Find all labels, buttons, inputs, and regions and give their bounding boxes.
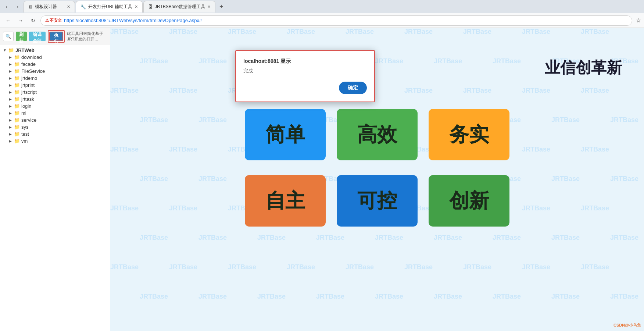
- label-jrtscript: jrtscript: [21, 89, 37, 95]
- execute-wrapper: 执行Sql: [48, 30, 65, 43]
- bookmark-icon[interactable]: ☆: [636, 17, 641, 24]
- label-download: download: [21, 54, 42, 60]
- card-simple[interactable]: 简单: [245, 109, 326, 160]
- search-box[interactable]: 🔍: [3, 32, 14, 41]
- arrow-vm: ▶: [9, 139, 14, 143]
- url-bar[interactable]: ⚠ 不安全 https://localhost:8081/JRTWeb/sys/…: [40, 15, 632, 26]
- watermark-text: JRTBase: [551, 234, 580, 242]
- dialog-confirm-button[interactable]: 确定: [339, 82, 367, 94]
- watermark-text: JRTBase: [140, 293, 168, 300]
- file-tree: ▼ 📁 JRTWeb ▶ 📁 download ▶ 📁 facade ▶ 📁: [0, 45, 110, 331]
- tree-item-vm[interactable]: ▶ 📁 vm: [0, 138, 110, 145]
- arrow-fileservice: ▶: [9, 69, 14, 73]
- arrow-jrtdemo: ▶: [9, 76, 14, 80]
- watermark-text: JRTBase: [581, 263, 609, 271]
- folder-jrtprint-icon: 📁: [14, 82, 20, 88]
- watermark-text: JRTBase: [110, 204, 139, 212]
- page-title: 业信创革新: [545, 57, 622, 78]
- watermark-text: JRTBase: [522, 263, 550, 271]
- arrow-login: ▶: [9, 104, 14, 108]
- address-bar: ← → ↻ ⚠ 不安全 https://localhost:8081/JRTWe…: [0, 13, 644, 28]
- root-arrow: ▼: [3, 48, 8, 52]
- tab2-icon: 🔧: [80, 4, 86, 10]
- arrow-service: ▶: [9, 118, 14, 122]
- cards-row2: 自主 可控 创新: [245, 175, 509, 227]
- watermark-text: JRTBase: [404, 263, 433, 271]
- watermark-text: JRTBase: [463, 28, 491, 36]
- tab-next-btn[interactable]: ›: [12, 1, 23, 12]
- tab1-close[interactable]: ✕: [67, 4, 70, 9]
- tree-item-download[interactable]: ▶ 📁 download: [0, 54, 110, 61]
- tab-prev-btn[interactable]: ‹: [1, 1, 12, 12]
- arrow-mi: ▶: [9, 111, 14, 115]
- watermark-text: JRTBase: [375, 293, 403, 300]
- tab3-icon: 🗄: [148, 4, 153, 10]
- tab2-title: 开发打开URL辅助工具: [88, 4, 132, 10]
- reload-button[interactable]: ↻: [28, 15, 38, 26]
- folder-facade-icon: 📁: [14, 61, 20, 67]
- tab-template-designer[interactable]: 🖥 模板设计器 ✕: [24, 1, 75, 13]
- url-text: https://localhost:8081/JRTWeb/sys/form/f…: [64, 18, 202, 23]
- arrow-facade: ▶: [9, 62, 14, 66]
- tree-item-facade[interactable]: ▶ 📁 facade: [0, 61, 110, 68]
- watermark-text: JRTBase: [110, 28, 139, 36]
- watermark-text: JRTBase: [375, 57, 403, 65]
- card-controllable[interactable]: 可控: [337, 175, 418, 227]
- refresh-button[interactable]: 刷新: [16, 32, 27, 41]
- tab1-icon: 🖥: [28, 4, 33, 10]
- tree-item-fileservice[interactable]: ▶ 📁 FileService: [0, 68, 110, 75]
- tree-item-sys[interactable]: ▶ 📁 sys: [0, 124, 110, 131]
- watermark-text: JRTBase: [140, 175, 168, 183]
- forward-button[interactable]: →: [15, 15, 26, 26]
- search-icon[interactable]: 🔍: [6, 34, 11, 39]
- sidebar-toolbar: 🔍 刷新 编译全部 执行Sql 此工具用来简化基于JRT开发的打开...: [0, 28, 110, 45]
- warning-icon: ⚠: [45, 18, 49, 23]
- label-facade: facade: [21, 61, 36, 67]
- card-autonomous[interactable]: 自主: [245, 175, 326, 227]
- tab3-close[interactable]: ✕: [207, 4, 211, 9]
- watermark-text: JRTBase: [522, 87, 550, 95]
- tab1-title: 模板设计器: [35, 4, 57, 10]
- watermark-text: JRTBase: [404, 28, 433, 36]
- watermark-text: JRTBase: [257, 234, 286, 242]
- arrow-test: ▶: [9, 132, 14, 136]
- watermark-text: JRTBase: [493, 57, 521, 65]
- watermark-text: JRTBase: [140, 116, 168, 124]
- dialog-message: 完成: [243, 68, 367, 74]
- tab-jrtbs-tool[interactable]: 🗄 JRTBSBase数据管理工具 ✕: [143, 1, 215, 13]
- label-jrtprint: jrtprint: [21, 82, 35, 88]
- compile-button[interactable]: 编译全部: [29, 32, 45, 41]
- tree-item-jrtprint[interactable]: ▶ 📁 jrtprint: [0, 82, 110, 89]
- watermark-text: JRTBase: [110, 146, 139, 153]
- tab2-close[interactable]: ✕: [135, 4, 138, 9]
- card-efficient[interactable]: 高效: [337, 109, 418, 160]
- tree-item-service[interactable]: ▶ 📁 service: [0, 117, 110, 124]
- folder-jrtscript-icon: 📁: [14, 89, 20, 95]
- card-pragmatic[interactable]: 务实: [429, 109, 509, 160]
- watermark-text: JRTBase: [404, 87, 433, 95]
- watermark-text: JRTBase: [198, 57, 227, 65]
- watermark-text: JRTBase: [198, 116, 227, 124]
- new-tab-button[interactable]: +: [216, 1, 226, 12]
- folder-jrtdemo-icon: 📁: [14, 75, 20, 81]
- label-vm: vm: [21, 138, 28, 144]
- watermark-text: JRTBase: [610, 175, 638, 183]
- back-button[interactable]: ←: [3, 15, 13, 26]
- execute-button[interactable]: 执行Sql: [49, 32, 64, 41]
- watermark-text: JRTBase: [198, 234, 227, 242]
- tab-dev-url-tool[interactable]: 🔧 开发打开URL辅助工具 ✕: [76, 1, 143, 13]
- tree-item-login[interactable]: ▶ 📁 login: [0, 103, 110, 110]
- folder-mi-icon: 📁: [14, 110, 20, 116]
- watermark-text: JRTBase: [316, 293, 344, 300]
- label-mi: mi: [21, 110, 26, 116]
- tree-item-test[interactable]: ▶ 📁 test: [0, 131, 110, 138]
- tree-item-mi[interactable]: ▶ 📁 mi: [0, 110, 110, 117]
- tree-item-jrtscript[interactable]: ▶ 📁 jrtscript: [0, 89, 110, 96]
- tree-item-jrttask[interactable]: ▶ 📁 jrttask: [0, 96, 110, 103]
- watermark-text: JRTBase: [316, 234, 344, 242]
- card-innovative[interactable]: 创新: [429, 175, 509, 227]
- watermark-text: JRTBase: [551, 293, 580, 300]
- watermark-text: JRTBase: [169, 28, 197, 36]
- arrow-download: ▶: [9, 55, 14, 59]
- tree-item-jrtdemo[interactable]: ▶ 📁 jrtdemo: [0, 75, 110, 82]
